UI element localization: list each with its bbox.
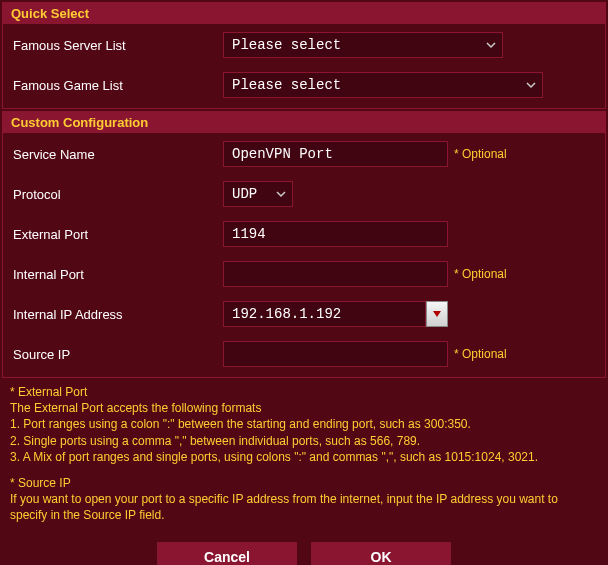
game-list-value: Please select <box>232 77 341 93</box>
internal-port-input[interactable] <box>223 261 448 287</box>
source-ip-note-body: If you want to open your port to a speci… <box>10 491 598 523</box>
protocol-value: UDP <box>232 186 257 202</box>
internal-ip-label: Internal IP Address <box>13 307 223 322</box>
external-port-note-line: 2. Single ports using a comma "," betwee… <box>10 433 598 449</box>
game-list-label: Famous Game List <box>13 78 223 93</box>
chevron-down-icon <box>486 40 496 50</box>
custom-config-panel: Custom Configuration Service Name * Opti… <box>2 111 606 378</box>
external-port-note-title: * External Port <box>10 384 598 400</box>
ok-button[interactable]: OK <box>311 542 451 566</box>
server-list-select[interactable]: Please select <box>223 32 503 58</box>
external-port-note-line: 1. Port ranges using a colon ":" between… <box>10 416 598 432</box>
quick-select-header: Quick Select <box>3 3 605 24</box>
external-port-note-line: The External Port accepts the following … <box>10 400 598 416</box>
optional-label: * Optional <box>454 267 507 281</box>
source-ip-note-title: * Source IP <box>10 475 598 491</box>
source-ip-label: Source IP <box>13 347 223 362</box>
service-name-input[interactable] <box>223 141 448 167</box>
protocol-label: Protocol <box>13 187 223 202</box>
button-row: Cancel OK <box>0 534 608 566</box>
cancel-button[interactable]: Cancel <box>157 542 297 566</box>
source-ip-input[interactable] <box>223 341 448 367</box>
service-name-label: Service Name <box>13 147 223 162</box>
optional-label: * Optional <box>454 347 507 361</box>
internal-ip-input[interactable] <box>223 301 426 327</box>
external-port-label: External Port <box>13 227 223 242</box>
chevron-down-icon <box>276 189 286 199</box>
custom-config-header: Custom Configuration <box>3 112 605 133</box>
protocol-select[interactable]: UDP <box>223 181 293 207</box>
external-port-note-line: 3. A Mix of port ranges and single ports… <box>10 449 598 465</box>
external-port-input[interactable] <box>223 221 448 247</box>
server-list-label: Famous Server List <box>13 38 223 53</box>
help-notes: * External Port The External Port accept… <box>0 378 608 534</box>
ip-dropdown-button[interactable] <box>426 301 448 327</box>
optional-label: * Optional <box>454 147 507 161</box>
server-list-value: Please select <box>232 37 341 53</box>
game-list-select[interactable]: Please select <box>223 72 543 98</box>
internal-port-label: Internal Port <box>13 267 223 282</box>
quick-select-panel: Quick Select Famous Server List Please s… <box>2 2 606 109</box>
triangle-down-icon <box>432 309 442 319</box>
chevron-down-icon <box>526 80 536 90</box>
